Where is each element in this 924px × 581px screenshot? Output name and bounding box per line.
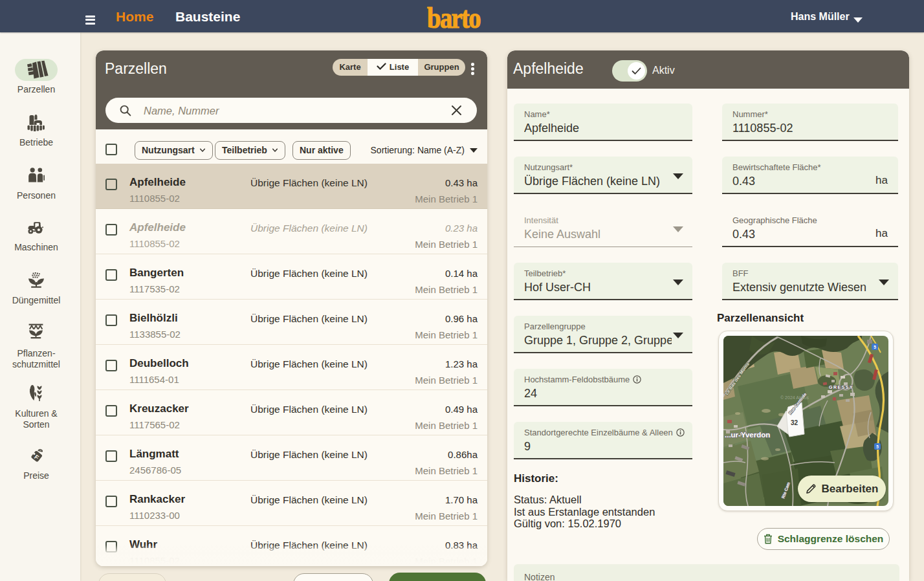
svg-text:32: 32	[791, 419, 798, 426]
svg-text:© 2024 Airbus: © 2024 Airbus	[780, 395, 809, 400]
svg-text:...ur-Yverdon: ...ur-Yverdon	[725, 431, 770, 439]
svg-text:5: 5	[876, 444, 879, 449]
svg-text:5: 5	[874, 345, 876, 349]
svg-text:GRESSY: GRESSY	[829, 385, 853, 389]
